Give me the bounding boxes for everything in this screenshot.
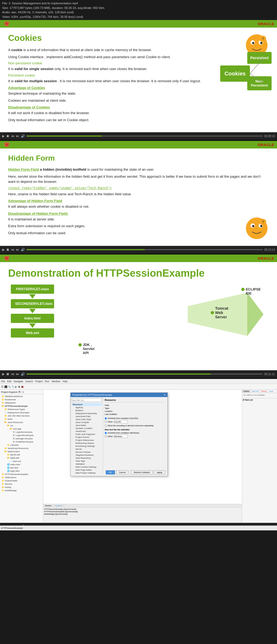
server-item-2[interactable]: HTTPSessionExampleD [Synchronized]: [44, 510, 241, 513]
tree-item-javasrc[interactable]: 📂Java Resources: [1, 421, 42, 424]
disadvantage-hf-link[interactable]: Disadvantage of Hidden Form Field:: [8, 212, 269, 216]
progress-bar-2[interactable]: [27, 249, 263, 250]
menu-run[interactable]: Run: [45, 380, 50, 383]
newline-radio1[interactable]: [105, 432, 107, 434]
tree-item-servers[interactable]: 📁Servers: [1, 482, 42, 486]
dialog-item-refactoring[interactable]: Refactoring History: [72, 442, 102, 445]
menu-edit[interactable]: Edit: [7, 380, 12, 383]
video-controls-3[interactable]: ▶ ⏹ ⏮ ⏭ 🔊 00:21:11: [0, 370, 277, 378]
tree-item-build[interactable]: 📁build: [1, 417, 42, 421]
disadvantage-cookies-link[interactable]: Disadvantage of Cookies: [8, 105, 269, 109]
encoding-radio2-label[interactable]: Other:: [105, 420, 166, 423]
right-tab-bar[interactable]: Outline Java EE Debug Java: [242, 390, 277, 393]
tree-item-src[interactable]: 📂src: [1, 424, 42, 427]
tree-item-httpsession[interactable]: 📂HTTPSessionExample: [1, 404, 42, 408]
apply-button[interactable]: Apply: [154, 470, 165, 474]
stop-button-1[interactable]: ⏹: [6, 134, 9, 138]
progress-bar-1[interactable]: [27, 136, 263, 137]
vol-button-2[interactable]: 🔊: [21, 248, 25, 252]
tree-item-reftypes[interactable]: 📁Referenced Types: [1, 408, 42, 411]
dialog-item-fragment[interactable]: Order and Fragment: [72, 433, 102, 436]
debug-tab[interactable]: Debug: [260, 390, 268, 393]
dialog-item-servicepol[interactable]: Service Policies: [72, 451, 102, 454]
newline-radio2-label[interactable]: Other:: [105, 435, 166, 438]
encoding-textfield[interactable]: [114, 420, 128, 423]
dialog-item-webcontentsettings[interactable]: Web Content Settings: [72, 465, 102, 468]
tree-item-firstservlet[interactable]: 📁FirstServlet: [1, 398, 42, 401]
outline-tab[interactable]: Outline: [242, 390, 250, 393]
encoding-radio1-label[interactable]: Inherited from container (Cp1252): [105, 417, 166, 420]
dialog-item-javabuildpath[interactable]: Java Build Path: [72, 415, 102, 418]
video-controls-1[interactable]: ▶ ⏹ ⏮ ⏭ 🔊 00:08:19: [0, 132, 277, 140]
video-controls-2[interactable]: ▶ ⏹ ⏮ ⏭ 🔊 00:13:13: [0, 246, 277, 253]
tree-item-loginservlet[interactable]: ☕LoginServlet.java: [1, 430, 42, 434]
dialog-item-tasktags[interactable]: Task Tags: [72, 460, 102, 463]
tree-item-link[interactable]: 🌐link.html: [1, 466, 42, 469]
next-button-3[interactable]: ⏭: [16, 372, 19, 376]
menu-file[interactable]: File: [1, 380, 5, 383]
vol-button-3[interactable]: 🔊: [21, 372, 25, 376]
menu-project[interactable]: Project: [35, 380, 43, 383]
javaee-tab[interactable]: Java EE: [250, 390, 260, 393]
prev-button-1[interactable]: ⏮: [11, 134, 14, 138]
tree-item-jsresources[interactable]: 📁JavaScript Resources: [1, 447, 42, 450]
dialog-item-javacompiler[interactable]: Java Compiler: [72, 421, 102, 424]
dialog-item-resource[interactable]: Resource: [72, 403, 102, 406]
play-button-3[interactable]: ▶: [2, 372, 5, 376]
dialog-item-javacodestyle[interactable]: Java Code Style: [72, 418, 102, 421]
dialog-item-projfacets[interactable]: Project Facets: [72, 436, 102, 439]
java-tab[interactable]: Java: [268, 390, 274, 393]
dialog-filter-input[interactable]: [72, 398, 102, 402]
tree-item-libraries[interactable]: 📁Libraries: [1, 443, 42, 447]
play-button-1[interactable]: ▶: [2, 134, 5, 138]
tree-item-webcontent[interactable]: 📂WebContent: [1, 450, 42, 453]
tree-item-onlinepoll[interactable]: 📁OnlinePolllist: [1, 479, 42, 482]
dialog-item-appkey[interactable]: AppKey: [72, 406, 102, 409]
stop-button-2[interactable]: ⏹: [6, 248, 9, 252]
next-button-1[interactable]: ⏭: [16, 134, 19, 138]
tree-item-httpsessiond[interactable]: 📁HTTPSessionExampleD: [1, 473, 42, 476]
progress-bar-3[interactable]: [27, 374, 263, 375]
hf-code-link[interactable]: <input type="hidden" name="uname" value=…: [8, 186, 269, 190]
toolbar-icons[interactable]: 🖫 ⬛ 🔍 🔧 ▶ ⏹ 🐞: [1, 385, 24, 388]
prev-button-3[interactable]: ⏮: [11, 372, 14, 376]
dialog-item-taskrepo[interactable]: Task Repository: [72, 457, 102, 460]
stop-button-3[interactable]: ⏹: [6, 372, 9, 376]
newline-radio2[interactable]: [105, 435, 107, 437]
dialog-item-javascript[interactable]: JavaScript: [72, 430, 102, 433]
tree-item-metainf[interactable]: 📁META-INF: [1, 453, 42, 456]
hidden-form-field-link[interactable]: Hidden Form Field: [8, 167, 39, 171]
dialog-item-deployment[interactable]: Deployment Assembly: [72, 412, 102, 415]
tree-item-emailservletdemo[interactable]: 📁EMailServletDemo: [1, 395, 42, 398]
menu-help[interactable]: Help: [62, 380, 68, 383]
eclipse-menubar[interactable]: File Edit Navigate Search Project Run Wi…: [0, 379, 277, 384]
restore-defaults-button[interactable]: Restore Defaults: [131, 470, 153, 474]
tree-item-packageinfo[interactable]: ☕package-info.java: [1, 437, 42, 440]
newline-textfield[interactable]: [114, 435, 128, 438]
dialog-item-webpageeditor[interactable]: Web Page Editor: [72, 468, 102, 471]
tree-item-jaxws[interactable]: 📁JAX-WS Web Services: [1, 414, 42, 417]
dialog-item-javadoc[interactable]: Javadoc Location: [72, 427, 102, 430]
tree-item-testwebapp[interactable]: 📁testWebApp: [1, 489, 42, 492]
play-button-2[interactable]: ▶: [2, 248, 5, 252]
dialog-item-rundebug[interactable]: Run/Debug Settings: [72, 445, 102, 448]
store-encoding-label[interactable]: Store the encoding of derived resources …: [105, 424, 166, 427]
dialog-item-projrefs[interactable]: Project References: [72, 439, 102, 442]
tree-item-testing[interactable]: 📁testing: [1, 486, 42, 489]
tree-item-jdbcdemo[interactable]: 📁JDBCDemo: [1, 476, 42, 479]
dialog-item-validation[interactable]: Validation: [72, 463, 102, 465]
tree-item-logoutservlet[interactable]: ☕LogoutServlet.java: [1, 434, 42, 437]
dialog-item-javaeditor[interactable]: Java Editor: [72, 424, 102, 427]
tree-item-comapp[interactable]: 📂com.app: [1, 427, 42, 430]
dialog-action-buttons[interactable]: Restore Defaults Apply: [131, 470, 165, 474]
tree-item-webinf[interactable]: 📂WEB-INF: [1, 456, 42, 460]
ok-button[interactable]: OK: [106, 470, 115, 474]
tree-item-login[interactable]: 🌐login.html: [1, 469, 42, 473]
server-item-1[interactable]: HTTPSessionExample [Synchronized]: [44, 508, 241, 510]
cancel-button[interactable]: Cancel: [116, 470, 129, 474]
tree-item-index[interactable]: 🌐index.html: [1, 463, 42, 466]
next-button-2[interactable]: ⏭: [16, 248, 19, 252]
servers-tab[interactable]: Servers: [43, 504, 53, 507]
menu-search[interactable]: Search: [25, 380, 33, 383]
advantage-hf-link[interactable]: Advantage of Hidden Form Field: [8, 199, 269, 203]
